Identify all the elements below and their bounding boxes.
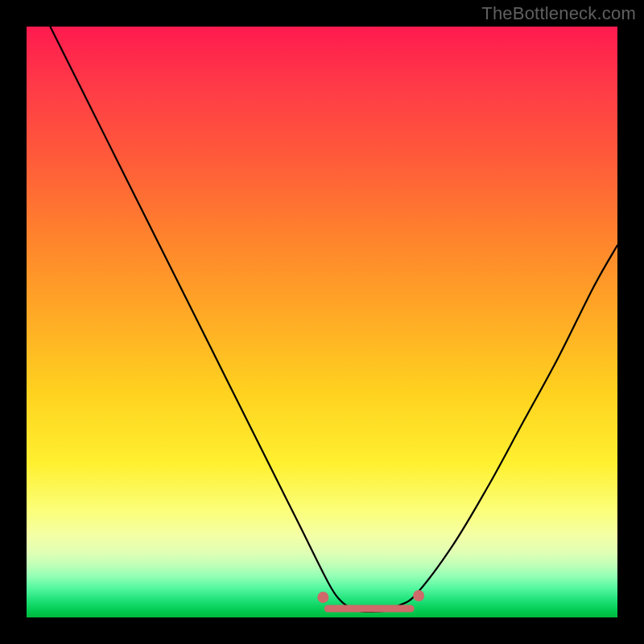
curve-overlay [27, 27, 617, 617]
trough-dot [324, 605, 331, 612]
trough-dot [394, 605, 400, 612]
trough-dot [407, 605, 414, 612]
trough-dot [380, 605, 386, 612]
trough-end-dot [317, 592, 328, 603]
plot-area [27, 27, 617, 617]
trough-dot [353, 605, 359, 612]
chart-frame: TheBottleneck.com [0, 0, 644, 644]
trough-end-dot [413, 590, 424, 601]
trough-dot [366, 605, 373, 612]
trough-dot [339, 605, 345, 612]
bottleneck-curve-path [50, 27, 617, 612]
watermark-text: TheBottleneck.com [481, 3, 636, 24]
